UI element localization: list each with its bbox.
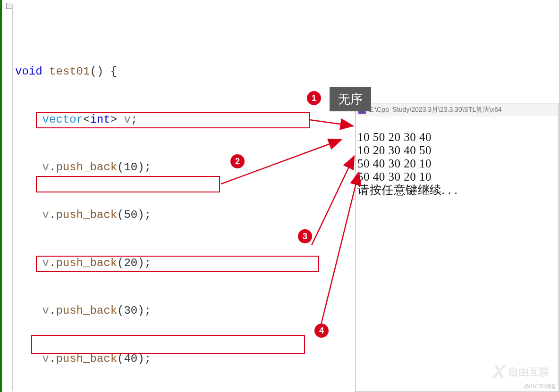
console-window[interactable]: C:\ E:\Cpp_Study\2023.3月\23.3.30\STL算法\x… — [355, 103, 559, 392]
code-line-1[interactable]: void test01() { — [4, 64, 359, 80]
watermark-x-icon: X — [492, 361, 505, 383]
console-line-4: 50 40 30 20 10 — [357, 170, 432, 183]
tooltip-label: 无序 — [330, 87, 371, 111]
watermark-logo: X 自由互联 — [492, 361, 550, 383]
highlight-box-1 — [36, 112, 310, 128]
highlight-box-3 — [36, 256, 319, 272]
fold-toggle-icon[interactable]: - — [6, 3, 12, 9]
console-titlebar[interactable]: C:\ E:\Cpp_Study\2023.3月\23.3.30\STL算法\x… — [356, 103, 559, 117]
console-output[interactable]: 10 50 20 30 40 10 20 30 40 50 50 40 30 2… — [356, 117, 559, 198]
code-line-3[interactable]: v.push_back(10); — [4, 159, 359, 175]
badge-3: 3 — [298, 229, 312, 243]
badge-4: 4 — [314, 324, 329, 338]
badge-1: 1 — [307, 91, 321, 105]
code-editor[interactable]: - void test01() { vector<int> v; v.push_… — [0, 0, 359, 392]
console-line-3: 50 40 30 20 10 — [357, 157, 432, 170]
highlight-box-2 — [36, 176, 220, 192]
code-line-4[interactable]: v.push_back(50); — [4, 207, 359, 223]
badge-2: 2 — [230, 154, 245, 168]
highlight-box-4 — [31, 335, 305, 354]
console-line-5: 请按任意键继续. . . — [357, 183, 457, 196]
console-line-2: 10 20 30 40 50 — [357, 144, 432, 157]
console-path: E:\Cpp_Study\2023.3月\23.3.30\STL算法\x64 — [369, 106, 502, 114]
gutter-line — [12, 4, 13, 391]
watermark-text: @51CTO博客 — [524, 383, 556, 390]
code-line-6[interactable]: v.push_back(30); — [4, 303, 359, 319]
console-line-1: 10 50 20 30 40 — [357, 131, 432, 143]
